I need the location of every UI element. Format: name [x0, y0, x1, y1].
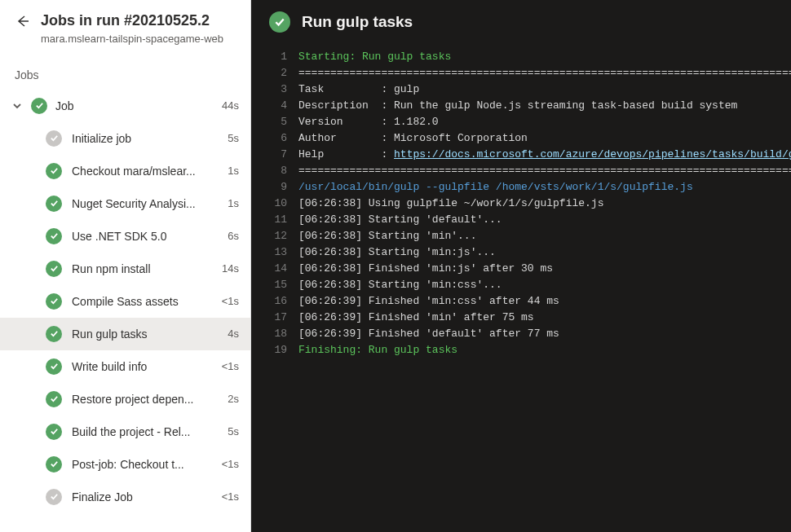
log-text: [06:26:39] Finished 'min' after 75 ms	[298, 311, 534, 323]
task-row[interactable]: Write build info<1s	[0, 350, 250, 383]
task-label: Compile Sass assets	[72, 295, 212, 308]
task-row[interactable]: Use .NET SDK 5.06s	[0, 220, 250, 253]
log-line: 4Description : Run the gulp Node.js stre…	[251, 98, 791, 114]
line-content: [06:26:39] Finished 'default' after 77 m…	[298, 326, 791, 342]
task-time: <1s	[222, 360, 239, 372]
line-number: 4	[251, 98, 298, 114]
sidebar-header: Jobs in run #20210525.2 mara.mslearn-tai…	[0, 0, 250, 57]
log-line: 12[06:26:38] Starting 'min'...	[251, 228, 791, 244]
log-line: 11[06:26:38] Starting 'default'...	[251, 212, 791, 228]
line-number: 9	[251, 179, 298, 196]
job-label: Job	[55, 99, 214, 112]
log-text: [06:26:38] Using gulpfile ~/work/1/s/gul…	[298, 197, 603, 209]
line-content: Description : Run the gulp Node.js strea…	[298, 98, 791, 114]
success-icon	[31, 98, 47, 114]
log-line: 2=======================================…	[251, 65, 791, 81]
line-number: 19	[251, 342, 298, 358]
line-content: ========================================…	[298, 65, 791, 81]
log-text: [06:26:38] Starting 'default'...	[298, 213, 502, 226]
log-line: 16[06:26:39] Finished 'min:css' after 44…	[251, 293, 791, 310]
job-row[interactable]: Job 44s	[0, 90, 250, 122]
success-icon	[46, 163, 62, 179]
line-content: [06:26:38] Starting 'min:js'...	[298, 244, 791, 261]
task-row[interactable]: Post-job: Checkout t...<1s	[0, 448, 250, 481]
task-label: Run gulp tasks	[72, 328, 218, 341]
task-label: Build the project - Rel...	[72, 425, 218, 438]
task-row[interactable]: Compile Sass assets<1s	[0, 285, 250, 318]
log-text: Description : Run the gulp Node.js strea…	[298, 99, 737, 112]
task-label: Write build info	[72, 360, 212, 373]
line-number: 15	[251, 277, 298, 293]
success-icon	[46, 326, 62, 342]
log-line: 1Starting: Run gulp tasks	[251, 49, 791, 65]
task-row[interactable]: Finalize Job<1s	[0, 481, 250, 513]
task-time: 1s	[228, 165, 239, 177]
task-row[interactable]: Checkout mara/mslear...1s	[0, 155, 250, 187]
line-content: [06:26:38] Starting 'min:css'...	[298, 277, 791, 293]
line-number: 2	[251, 65, 298, 81]
line-number: 14	[251, 261, 298, 277]
line-number: 11	[251, 212, 298, 228]
sidebar: Jobs in run #20210525.2 mara.mslearn-tai…	[0, 0, 251, 532]
breadcrumb: mara.mslearn-tailspin-spacegame-web	[41, 32, 236, 46]
line-number: 6	[251, 130, 298, 147]
line-content: Author : Microsoft Corporation	[298, 130, 791, 147]
log-text: Version : 1.182.0	[298, 116, 439, 128]
line-content: [06:26:38] Starting 'default'...	[298, 212, 791, 228]
success-icon	[46, 391, 62, 407]
task-label: Post-job: Checkout t...	[72, 458, 212, 471]
success-icon	[46, 293, 62, 310]
log-line: 17[06:26:39] Finished 'min' after 75 ms	[251, 310, 791, 326]
task-time: <1s	[222, 295, 239, 307]
task-label: Run npm install	[72, 262, 212, 275]
task-label: Nuget Security Analysi...	[72, 197, 218, 210]
task-row[interactable]: Build the project - Rel...5s	[0, 415, 250, 448]
line-number: 16	[251, 293, 298, 310]
back-button[interactable]	[15, 13, 31, 29]
log-line: 19Finishing: Run gulp tasks	[251, 342, 791, 358]
help-link[interactable]: https://docs.microsoft.com/azure/devops/…	[394, 148, 791, 160]
success-icon	[46, 261, 62, 277]
task-time: 6s	[228, 230, 239, 242]
jobs-section-label: Jobs	[0, 57, 250, 90]
log-text: [06:26:38] Starting 'min:js'...	[298, 246, 496, 258]
line-content: Help : https://docs.microsoft.com/azure/…	[298, 147, 791, 163]
task-row[interactable]: Initialize job5s	[0, 122, 250, 155]
success-icon	[46, 456, 62, 473]
line-number: 7	[251, 147, 298, 163]
log-text: [06:26:38] Starting 'min:css'...	[298, 279, 502, 291]
log-output[interactable]: 1Starting: Run gulp tasks2==============…	[251, 44, 791, 532]
task-row[interactable]: Restore project depen...2s	[0, 383, 250, 415]
line-number: 12	[251, 228, 298, 244]
task-row[interactable]: Run npm install14s	[0, 253, 250, 285]
line-number: 3	[251, 81, 298, 98]
log-line: 6Author : Microsoft Corporation	[251, 130, 791, 147]
job-time: 44s	[222, 99, 239, 112]
main-header: Run gulp tasks	[251, 0, 791, 44]
task-time: 14s	[222, 262, 239, 275]
task-label: Finalize Job	[72, 490, 212, 503]
log-line: 8=======================================…	[251, 163, 791, 179]
log-line: 10[06:26:38] Using gulpfile ~/work/1/s/g…	[251, 196, 791, 212]
task-time: 5s	[228, 425, 239, 437]
task-time: 5s	[228, 132, 239, 144]
task-label: Restore project depen...	[72, 393, 218, 406]
line-content: Starting: Run gulp tasks	[298, 49, 791, 65]
task-row[interactable]: Run gulp tasks4s	[0, 318, 250, 350]
log-line: 14[06:26:38] Finished 'min:js' after 30 …	[251, 261, 791, 277]
line-content: [06:26:38] Starting 'min'...	[298, 228, 791, 244]
log-text: ========================================…	[298, 165, 791, 177]
line-number: 8	[251, 163, 298, 179]
log-text: Help :	[298, 148, 394, 160]
task-row[interactable]: Nuget Security Analysi...1s	[0, 187, 250, 220]
line-content: [06:26:39] Finished 'min' after 75 ms	[298, 310, 791, 326]
arrow-left-icon	[16, 15, 29, 28]
success-icon	[269, 11, 290, 33]
task-label: Checkout mara/mslear...	[72, 165, 218, 178]
log-line: 13[06:26:38] Starting 'min:js'...	[251, 244, 791, 261]
task-time: 4s	[228, 328, 239, 340]
log-text: [06:26:38] Finished 'min:js' after 30 ms	[298, 262, 553, 275]
log-line: 3Task : gulp	[251, 81, 791, 98]
main-panel: Run gulp tasks 1Starting: Run gulp tasks…	[251, 0, 791, 532]
log-line: 7Help : https://docs.microsoft.com/azure…	[251, 147, 791, 163]
